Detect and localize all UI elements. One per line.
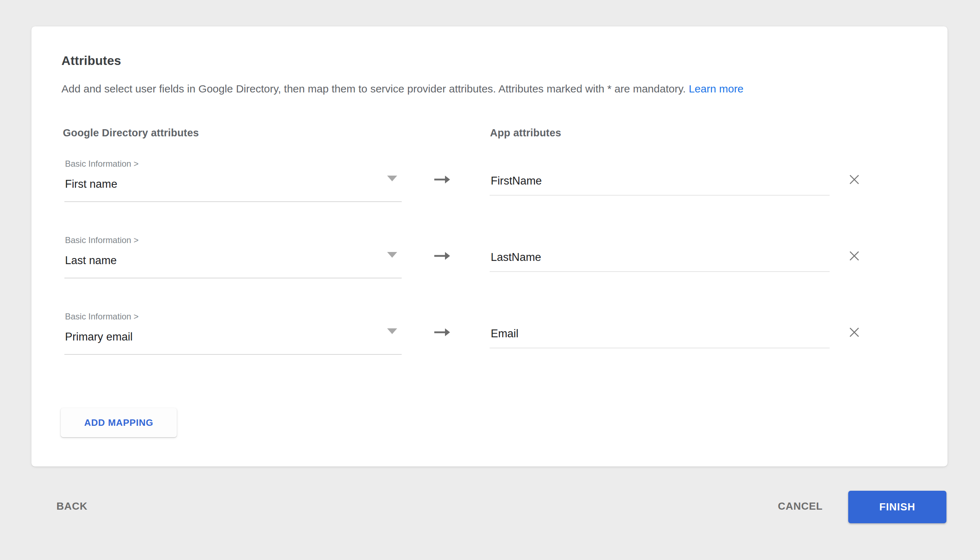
right-arrow-icon xyxy=(434,328,451,337)
remove-mapping-button[interactable] xyxy=(842,244,866,268)
google-attribute-select[interactable]: Basic Information > First name xyxy=(64,157,402,202)
google-attribute-select[interactable]: Basic Information > Primary email xyxy=(64,310,402,355)
select-underline xyxy=(64,278,402,278)
back-button[interactable]: BACK xyxy=(57,500,87,512)
remove-mapping-button[interactable] xyxy=(842,320,866,345)
description: Add and select user fields in Google Dir… xyxy=(62,83,744,95)
close-icon xyxy=(848,173,861,186)
finish-button[interactable]: FINISH xyxy=(848,491,947,523)
select-underline xyxy=(64,354,402,355)
caret-down-icon xyxy=(387,252,397,258)
attribute-category-label: Basic Information > xyxy=(65,159,139,169)
app-attribute-input[interactable] xyxy=(490,325,830,348)
close-icon xyxy=(848,250,861,262)
select-underline xyxy=(64,201,402,202)
attribute-category-label: Basic Information > xyxy=(65,312,139,322)
learn-more-link[interactable]: Learn more xyxy=(689,83,743,95)
attributes-card: Attributes Add and select user fields in… xyxy=(32,27,948,467)
add-mapping-button[interactable]: ADD MAPPING xyxy=(61,408,177,437)
remove-mapping-button[interactable] xyxy=(842,167,866,192)
column-header-google-directory: Google Directory attributes xyxy=(63,127,199,139)
page-title: Attributes xyxy=(62,53,121,68)
caret-down-icon xyxy=(387,328,397,334)
attribute-value: Last name xyxy=(65,254,117,267)
app-attribute-input[interactable] xyxy=(490,248,830,272)
right-arrow-icon xyxy=(434,175,451,184)
app-attribute-input[interactable] xyxy=(490,172,830,196)
google-attribute-select[interactable]: Basic Information > Last name xyxy=(64,233,402,278)
cancel-button[interactable]: CANCEL xyxy=(778,500,823,512)
caret-down-icon xyxy=(387,176,397,181)
attribute-value: First name xyxy=(65,178,117,191)
close-icon xyxy=(848,326,861,339)
attribute-value: Primary email xyxy=(65,330,132,343)
right-arrow-icon xyxy=(434,251,451,260)
column-header-app-attributes: App attributes xyxy=(490,127,561,139)
attribute-category-label: Basic Information > xyxy=(65,235,139,245)
description-text: Add and select user fields in Google Dir… xyxy=(62,83,686,95)
